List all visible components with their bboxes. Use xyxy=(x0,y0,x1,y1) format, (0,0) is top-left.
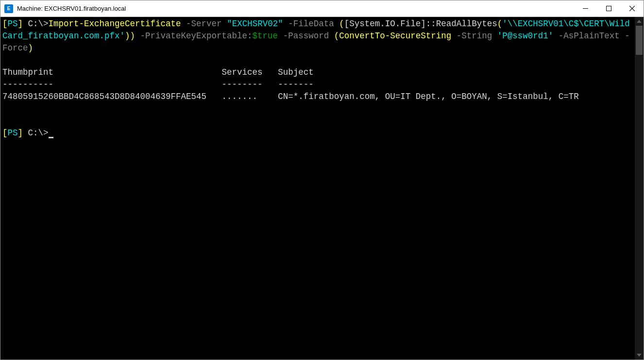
prompt-ps: PS xyxy=(8,19,18,29)
maximize-button[interactable] xyxy=(597,0,620,16)
scroll-up-arrow[interactable] xyxy=(635,17,644,26)
titlebar[interactable]: E Machine: EXCHSRV01.firatboyan.local xyxy=(0,0,644,17)
val-password: 'P@ssw0rd1' xyxy=(497,31,554,41)
col-thumbprint: Thumbprint xyxy=(2,67,53,77)
cmd-import: Import-ExchangeCertificate xyxy=(49,19,181,29)
row-services: ....... xyxy=(222,92,258,101)
prompt-bracket-open: [ xyxy=(2,19,8,29)
dash-services: -------- xyxy=(222,80,263,89)
param-filedata: -FileData xyxy=(283,19,339,29)
prompt-bracket-close: ] xyxy=(18,19,23,29)
row-thumbprint: 74805915260BBD4C868543D8D84004639FFAE545 xyxy=(2,92,206,101)
prompt2-ps: PS xyxy=(8,128,18,138)
method-paren-close: )) xyxy=(125,31,135,41)
double-colon: :: xyxy=(426,19,436,29)
terminal-output[interactable]: [PS] C:\>Import-ExchangeCertificate -Ser… xyxy=(0,17,635,360)
param-server: -Server xyxy=(181,19,227,29)
paren2-open: ( xyxy=(334,31,339,41)
prompt2-bracket-close: ] xyxy=(18,128,23,138)
param-plaintext: -AsPlainText xyxy=(553,31,620,41)
method-paren-open: ( xyxy=(497,19,503,29)
method-name: ReadAllBytes xyxy=(436,19,497,29)
window-title: Machine: EXCHSRV01.firatboyan.local xyxy=(17,5,574,12)
cmd-convert: ConvertTo-SecureString xyxy=(339,31,451,41)
param-password: -Password xyxy=(278,31,334,41)
minimize-button[interactable] xyxy=(574,0,597,16)
terminal-cursor xyxy=(49,137,53,138)
col-services: Services xyxy=(222,67,263,77)
app-window: E Machine: EXCHSRV01.firatboyan.local [P… xyxy=(0,0,644,360)
scroll-track[interactable] xyxy=(635,26,644,351)
exchange-icon: E xyxy=(4,4,13,13)
param-string: -String xyxy=(451,31,497,41)
paren-open: ( xyxy=(339,19,344,29)
dash-thumbprint: ---------- xyxy=(2,80,53,89)
col-subject: Subject xyxy=(278,67,314,77)
window-controls xyxy=(574,0,644,16)
scroll-thumb[interactable] xyxy=(636,26,643,55)
app-icon-letter: E xyxy=(7,6,11,11)
close-button[interactable] xyxy=(620,0,644,16)
val-server: "EXCHSRV02" xyxy=(227,19,283,29)
prompt2-path: C:\> xyxy=(23,128,49,138)
dash-subject: ------- xyxy=(278,80,314,89)
prompt2-bracket-open: [ xyxy=(2,128,8,138)
scroll-down-arrow[interactable] xyxy=(635,351,644,360)
vertical-scrollbar[interactable] xyxy=(635,17,644,360)
param-pke: -PrivateKeyExportable: xyxy=(135,31,253,41)
row-subject: CN=*.firatboyan.com, OU=IT Dept., O=BOYA… xyxy=(278,92,579,101)
type-bracket: [System.IO.File] xyxy=(344,19,426,29)
terminal-area: [PS] C:\>Import-ExchangeCertificate -Ser… xyxy=(0,17,644,360)
paren2-close: ) xyxy=(28,43,34,53)
prompt-path: C:\> xyxy=(23,19,49,29)
svg-rect-1 xyxy=(606,6,611,11)
val-true: $true xyxy=(253,31,278,41)
